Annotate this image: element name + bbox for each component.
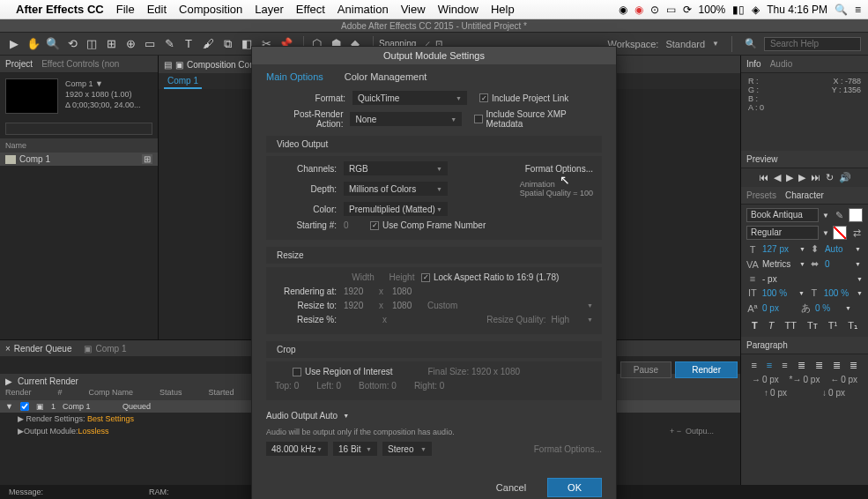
- smallcaps-icon[interactable]: Tт: [807, 320, 818, 331]
- wifi-icon[interactable]: ◈: [752, 4, 760, 16]
- clone-tool-icon[interactable]: ⧉: [220, 37, 234, 51]
- italic-icon[interactable]: T: [768, 320, 775, 331]
- last-frame-icon[interactable]: ⏭: [811, 172, 820, 183]
- tsume-value[interactable]: 0 %: [815, 303, 842, 313]
- pause-button[interactable]: Pause: [620, 361, 671, 378]
- project-search-input[interactable]: [5, 123, 152, 135]
- pan-tool-icon[interactable]: ⊞: [104, 37, 118, 51]
- prev-frame-icon[interactable]: ◀: [774, 172, 781, 183]
- indent-right[interactable]: ← 0 px: [830, 375, 857, 384]
- post-render-select[interactable]: None: [350, 112, 462, 126]
- tab-effect-controls[interactable]: Effect Controls (non: [41, 59, 119, 69]
- menu-file[interactable]: File: [116, 3, 135, 16]
- status-icon[interactable]: ◉: [619, 4, 627, 16]
- menu-help[interactable]: Help: [491, 3, 515, 16]
- disclosure-icon[interactable]: ▶: [18, 427, 24, 436]
- search-help-input[interactable]: [764, 37, 861, 51]
- menu-edit[interactable]: Edit: [147, 3, 167, 16]
- allcaps-icon[interactable]: TT: [785, 320, 797, 331]
- format-select[interactable]: QuickTime: [352, 91, 467, 105]
- ok-button[interactable]: OK: [547, 478, 602, 497]
- justify-left-icon[interactable]: ≣: [798, 360, 805, 371]
- indent-left[interactable]: → 0 px: [752, 375, 779, 384]
- tab-project[interactable]: Project: [5, 59, 33, 69]
- status-icon[interactable]: ⊙: [650, 4, 659, 16]
- stroke-width-value[interactable]: - px: [762, 274, 796, 284]
- justify-right-icon[interactable]: ≣: [833, 360, 841, 371]
- tab-paragraph[interactable]: Paragraph: [746, 340, 788, 350]
- audio-channels-select[interactable]: Stereo: [382, 442, 432, 456]
- render-settings-link[interactable]: Best Settings: [87, 414, 134, 423]
- align-right-icon[interactable]: ≡: [782, 360, 787, 371]
- anchor-tool-icon[interactable]: ⊕: [123, 37, 137, 51]
- render-checkbox[interactable]: [20, 402, 29, 411]
- app-menu[interactable]: After Effects CC: [16, 3, 104, 16]
- align-center-icon[interactable]: ≡: [767, 360, 772, 371]
- status-icon[interactable]: ▭: [666, 4, 676, 16]
- color-select[interactable]: Premultiplied (Matted): [344, 202, 448, 216]
- comp-icon[interactable]: ▣: [175, 60, 183, 70]
- add-module-icon[interactable]: +: [670, 427, 674, 436]
- project-item[interactable]: Comp 1 ⊞: [0, 153, 158, 166]
- menu-composition[interactable]: Composition: [179, 3, 242, 16]
- clock[interactable]: Thu 4:16 PM: [767, 4, 827, 16]
- disclosure-icon[interactable]: ▼: [5, 402, 13, 411]
- hand-tool-icon[interactable]: ✋: [26, 37, 41, 51]
- mute-icon[interactable]: 🔊: [839, 172, 851, 183]
- swap-colors-icon[interactable]: ⇄: [850, 227, 863, 239]
- wifi-icon[interactable]: ⟳: [683, 4, 692, 16]
- justify-center-icon[interactable]: ≣: [815, 360, 823, 371]
- output-module-link[interactable]: Lossless: [78, 427, 109, 436]
- audio-bits-select[interactable]: 16 Bit: [333, 442, 377, 456]
- audio-rate-select[interactable]: 48.000 kHz: [266, 442, 328, 456]
- subscript-icon[interactable]: T₁: [848, 320, 857, 331]
- depth-select[interactable]: Millions of Colors: [344, 182, 448, 196]
- status-icon[interactable]: ◉: [634, 4, 643, 16]
- space-before[interactable]: ↑ 0 px: [764, 388, 787, 398]
- comp-thumbnail[interactable]: [5, 78, 58, 114]
- font-size-value[interactable]: 127 px: [762, 244, 796, 254]
- tracking-value[interactable]: 0: [825, 259, 851, 269]
- tab-character[interactable]: Character: [785, 190, 824, 200]
- battery-icon[interactable]: ▮▯: [732, 4, 745, 16]
- menu-icon[interactable]: ≡: [855, 4, 861, 16]
- tab-info[interactable]: Info: [746, 59, 761, 69]
- leading-value[interactable]: Auto: [825, 244, 851, 254]
- text-tool-icon[interactable]: T: [182, 37, 196, 51]
- space-after[interactable]: ↓ 0 px: [822, 388, 845, 398]
- hscale-value[interactable]: 100 %: [824, 288, 853, 298]
- menu-animation[interactable]: Animation: [338, 3, 389, 16]
- brush-tool-icon[interactable]: 🖌: [201, 37, 215, 51]
- first-frame-icon[interactable]: ⏮: [759, 172, 768, 183]
- comp-name[interactable]: Comp 1 ▼: [65, 78, 141, 89]
- tab-comp-timeline[interactable]: ▣Comp 1: [84, 344, 126, 354]
- tab-render-queue[interactable]: ×Render Queue: [5, 344, 71, 354]
- item-actions-icon[interactable]: ⊞: [142, 154, 152, 164]
- next-frame-icon[interactable]: ▶: [798, 172, 805, 183]
- camera-tool-icon[interactable]: ◫: [85, 37, 99, 51]
- kerning-value[interactable]: Metrics: [762, 259, 796, 269]
- stroke-color-swatch[interactable]: [833, 226, 847, 240]
- cancel-button[interactable]: Cancel: [486, 478, 537, 497]
- render-button[interactable]: Render: [675, 361, 738, 378]
- disclosure-icon[interactable]: ▶: [5, 376, 12, 386]
- menu-window[interactable]: Window: [438, 3, 479, 16]
- fill-color-swatch[interactable]: [849, 208, 863, 222]
- spotlight-icon[interactable]: 🔍: [835, 4, 848, 16]
- pen-tool-icon[interactable]: ✎: [162, 37, 176, 51]
- font-style-select[interactable]: Regular: [746, 226, 819, 240]
- audio-output-select[interactable]: Audio Output Auto: [266, 411, 338, 421]
- rotate-tool-icon[interactable]: ⟲: [65, 37, 79, 51]
- comp-subtab[interactable]: Comp 1: [164, 74, 202, 89]
- remove-module-icon[interactable]: −: [677, 427, 681, 436]
- include-link-checkbox[interactable]: [479, 93, 488, 102]
- menu-layer[interactable]: Layer: [255, 3, 284, 16]
- play-icon[interactable]: ▶: [786, 172, 793, 183]
- menu-view[interactable]: View: [401, 3, 426, 16]
- bold-icon[interactable]: T: [752, 320, 758, 331]
- tab-audio[interactable]: Audio: [770, 59, 793, 69]
- channels-select[interactable]: RGB: [344, 161, 448, 175]
- zoom-tool-icon[interactable]: 🔍: [46, 37, 60, 51]
- eyedropper-icon[interactable]: ✎: [833, 210, 845, 221]
- tab-main-options[interactable]: Main Options: [266, 71, 323, 82]
